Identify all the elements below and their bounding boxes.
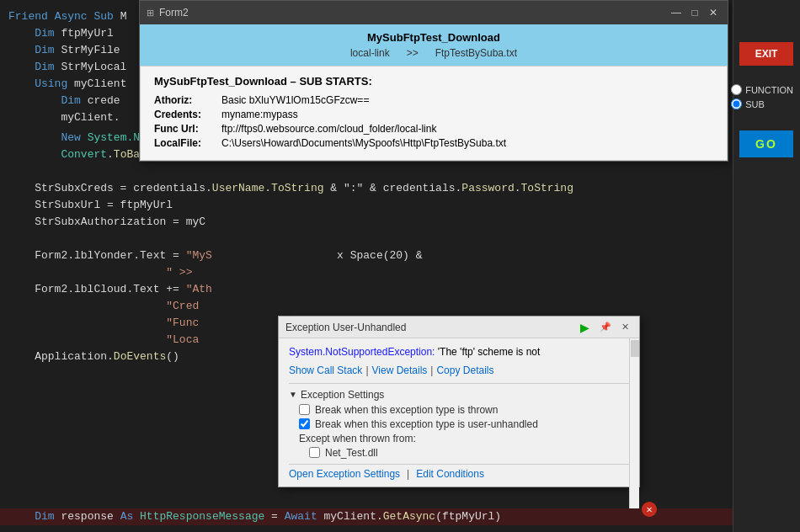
open-exception-settings-link[interactable]: Open Exception Settings (289, 468, 400, 480)
exception-pin-button[interactable]: 📌 (596, 320, 615, 334)
form2-icon: ⊞ (147, 8, 154, 19)
net-test-label: Net_Test.dll (325, 447, 378, 459)
maximize-button[interactable]: □ (687, 5, 702, 20)
form2-titlebar: ⊞ Form2 — □ ✕ (140, 1, 728, 24)
info-row-credents: Credents: myname:mypass (154, 109, 713, 120)
radio-function: FUNCTION (731, 84, 793, 95)
minimize-button[interactable]: — (669, 5, 684, 20)
form2-ftp-file: FtpTestBySuba.txt (435, 47, 517, 59)
code-line: "Cred (0, 298, 800, 315)
form2-local-link: local-link (350, 47, 390, 59)
net-test-row: Net_Test.dll (309, 447, 629, 459)
form2-subtitle: MySubFtpTest_Download (367, 31, 500, 44)
right-panel: EXIT FUNCTION SUB GO (733, 0, 800, 532)
sub-radio[interactable] (731, 98, 742, 109)
info-label-credents: Credents: (154, 109, 221, 120)
exception-bottom-links: Open Exception Settings | Edit Condition… (289, 464, 629, 480)
info-value-func-url: ftp://ftps0.websource.com/cloud_folder/l… (221, 123, 436, 135)
function-label: FUNCTION (745, 85, 793, 95)
info-value-local-file: C:\Users\Howard\Documents\MySpoofs\Http\… (221, 137, 506, 149)
exception-play-button[interactable]: ▶ (577, 319, 593, 336)
form2-arrow: >> (407, 47, 419, 59)
exception-links: Show Call Stack | View Details | Copy De… (289, 364, 629, 376)
exception-settings-title: ▼ Exception Settings (289, 389, 629, 401)
exit-button[interactable]: EXIT (739, 42, 793, 66)
form2-nav-row: local-link >> FtpTestBySuba.txt (350, 47, 517, 59)
error-indicator: ✕ (642, 502, 657, 517)
checkbox-row-thrown: Break when this exception type is thrown (299, 404, 629, 416)
radio-sub: SUB (731, 98, 793, 109)
sub-label: SUB (745, 99, 765, 109)
exception-settings: ▼ Exception Settings Break when this exc… (289, 383, 629, 480)
exception-title: Exception User-Unhandled (285, 322, 406, 333)
info-row-local-file: LocalFile: C:\Users\Howard\Documents\MyS… (154, 137, 713, 149)
form2-window-title: Form2 (159, 7, 189, 19)
exception-controls: ▶ 📌 ✕ (577, 319, 632, 336)
except-when-label: Except when thrown from: (299, 433, 629, 444)
cb-thrown-label: Break when this exception type is thrown (315, 404, 498, 416)
exception-titlebar: Exception User-Unhandled ▶ 📌 ✕ (279, 317, 639, 338)
edit-conditions-link[interactable]: Edit Conditions (416, 468, 484, 480)
scrollbar-thumb[interactable] (631, 340, 639, 357)
code-line-error: Dim response As HttpResponseMessage = Aw… (0, 508, 733, 525)
cb-user-unhandled-label: Break when this exception type is user-u… (315, 418, 538, 430)
exception-close-button[interactable]: ✕ (618, 320, 632, 334)
info-value-athoriz: Basic bXluYW1lOm15cGFzcw== (221, 94, 369, 106)
close-button[interactable]: ✕ (706, 5, 721, 20)
show-call-stack-link[interactable]: Show Call Stack (289, 364, 362, 376)
copy-details-link[interactable]: Copy Details (436, 364, 493, 376)
exception-dialog: Exception User-Unhandled ▶ 📌 ✕ System.No… (278, 316, 640, 487)
radio-group: FUNCTION SUB (731, 84, 793, 109)
cb-net-test[interactable] (309, 447, 320, 458)
exception-type: System.NotSupportedException: (289, 346, 435, 358)
form2-content-area: MySubFtpTest_Download local-link >> FtpT… (140, 24, 728, 66)
form2-window-controls: — □ ✕ (669, 5, 721, 20)
info-panel-title: MySubFtpTest_Download – SUB STARTS: (154, 75, 713, 88)
info-row-func-url: Func Url: ftp://ftps0.websource.com/clou… (154, 123, 713, 135)
code-line: Form2.lblCloud.Text += "Ath (0, 281, 800, 298)
cb-user-unhandled[interactable] (299, 418, 310, 429)
exception-body: System.NotSupportedException: 'The 'ftp'… (279, 338, 639, 487)
keyword: Friend (8, 8, 48, 25)
cb-thrown[interactable] (299, 404, 310, 415)
info-value-credents: myname:mypass (221, 109, 298, 120)
info-label-func-url: Func Url: (154, 123, 221, 135)
exception-text: System.NotSupportedException: 'The 'ftp'… (289, 345, 629, 359)
go-button[interactable]: GO (739, 130, 793, 157)
form2-window: ⊞ Form2 — □ ✕ MySubFtpTest_Download loca… (139, 0, 728, 162)
view-details-link[interactable]: View Details (372, 364, 428, 376)
info-panel: MySubFtpTest_Download – SUB STARTS: Atho… (140, 66, 728, 161)
code-line: StrSubxAuthorization = myC (0, 214, 800, 231)
info-label-athoriz: Athoriz: (154, 94, 221, 106)
exception-message: 'The 'ftp' scheme is not (438, 346, 541, 358)
code-line: Form2.lblYonder.Text = "MyS x Space(20) … (0, 247, 800, 264)
code-line (0, 163, 800, 180)
code-line: StrSubxCreds = credentials. UserName . T… (0, 180, 800, 197)
code-line: " >> (0, 264, 800, 281)
settings-label: Exception Settings (301, 389, 384, 401)
info-label-local-file: LocalFile: (154, 137, 221, 149)
info-row-athoriz: Athoriz: Basic bXluYW1lOm15cGFzcw== (154, 94, 713, 106)
exception-scrollbar[interactable] (629, 338, 639, 508)
function-radio[interactable] (731, 84, 742, 95)
code-line: StrSubxUrl = ftpMyUrl (0, 197, 800, 214)
code-line (0, 231, 800, 247)
checkbox-row-user-unhandled: Break when this exception type is user-u… (299, 418, 629, 430)
settings-arrow-icon: ▼ (289, 390, 297, 399)
